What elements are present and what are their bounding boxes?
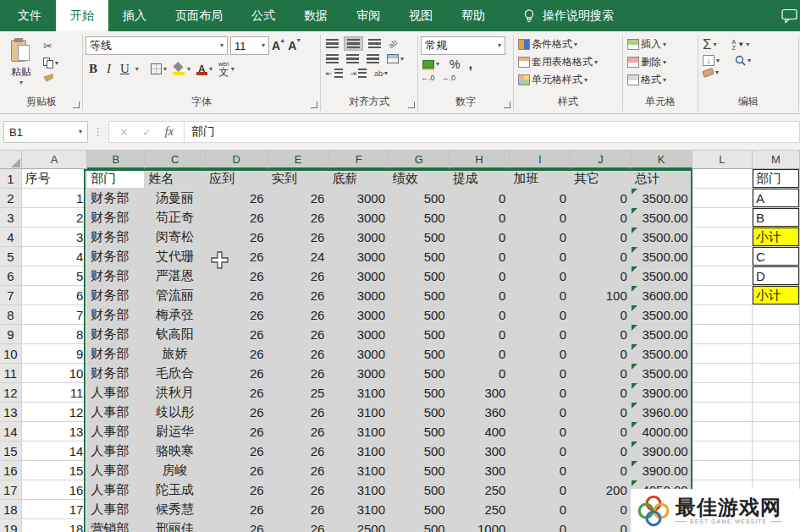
cell-E12[interactable]: 25 — [268, 383, 329, 403]
cell-G13[interactable]: 500 — [389, 403, 450, 422]
insert-cells-button[interactable]: 插入▾ — [626, 36, 668, 52]
cell-G6[interactable]: 500 — [389, 266, 450, 286]
cell-B4[interactable]: 财务部 — [87, 228, 145, 247]
cell-H9[interactable]: 0 — [450, 325, 510, 344]
feedback-chat-icon[interactable] — [781, 8, 798, 24]
cell-H2[interactable]: 0 — [450, 189, 510, 208]
row-header-16[interactable]: 16 — [0, 461, 22, 480]
cell-F19[interactable]: 2500 — [328, 519, 389, 532]
row-header-10[interactable]: 10 — [0, 344, 22, 364]
cell-M5[interactable]: C — [753, 247, 800, 266]
cell-D16[interactable]: 26 — [206, 461, 268, 480]
cell-B7[interactable]: 财务部 — [87, 286, 145, 305]
cell-G4[interactable]: 500 — [389, 228, 450, 247]
cell-E7[interactable]: 26 — [268, 286, 329, 305]
cell-E9[interactable]: 26 — [268, 325, 329, 344]
cell-D1[interactable]: 应到 — [206, 169, 268, 189]
cell-D12[interactable]: 26 — [206, 383, 268, 403]
cell-G15[interactable]: 500 — [389, 442, 450, 461]
cell-B19[interactable]: 营销部 — [87, 519, 145, 532]
row-header-2[interactable]: 2 — [0, 189, 22, 208]
align-right-button[interactable] — [364, 52, 382, 65]
align-left-button[interactable] — [323, 52, 341, 65]
cell-D13[interactable]: 26 — [206, 403, 268, 422]
cell-B9[interactable]: 财务部 — [87, 325, 145, 344]
column-header-A[interactable]: A — [22, 151, 88, 169]
accounting-format-button[interactable]: ▾ — [421, 59, 441, 69]
cell-A15[interactable]: 14 — [22, 442, 88, 461]
cell-F16[interactable]: 3100 — [328, 461, 389, 480]
percent-style-button[interactable]: % — [450, 58, 460, 71]
decrease-decimal-button[interactable]: →.0 — [442, 74, 456, 82]
cell-B15[interactable]: 人事部 — [87, 442, 145, 461]
cell-D4[interactable]: 26 — [206, 228, 268, 247]
cell-F6[interactable]: 3000 — [328, 266, 389, 286]
tell-me-search[interactable]: 操作说明搜索 — [523, 0, 614, 31]
cell-M1[interactable]: 部门 — [753, 169, 800, 189]
cell-C12[interactable]: 洪秋月 — [145, 383, 206, 403]
cell-L2[interactable] — [692, 189, 753, 208]
cell-D9[interactable]: 26 — [206, 325, 268, 344]
cell-E5[interactable]: 24 — [268, 247, 329, 266]
cell-C7[interactable]: 管流丽 — [145, 286, 206, 305]
row-header-8[interactable]: 8 — [0, 305, 22, 325]
clear-button[interactable]: ▾ — [701, 69, 720, 77]
column-header-E[interactable]: E — [268, 151, 329, 169]
cell-F3[interactable]: 3000 — [328, 208, 389, 228]
font-dialog-launcher[interactable] — [311, 101, 317, 108]
cell-A18[interactable]: 17 — [22, 500, 88, 519]
tab-help[interactable]: 帮助 — [447, 0, 499, 31]
cell-F10[interactable]: 3000 — [328, 344, 389, 364]
cell-L13[interactable] — [692, 403, 753, 422]
cell-G17[interactable]: 500 — [389, 480, 450, 500]
row-header-6[interactable]: 6 — [0, 266, 22, 286]
column-header-D[interactable]: D — [206, 151, 268, 169]
cell-H15[interactable]: 300 — [450, 442, 510, 461]
cell-G3[interactable]: 500 — [389, 208, 450, 228]
cell-D2[interactable]: 26 — [206, 189, 268, 208]
row-header-12[interactable]: 12 — [0, 383, 22, 403]
autosum-button[interactable]: Σ▾ — [701, 36, 719, 52]
cell-F18[interactable]: 3100 — [328, 500, 389, 519]
column-header-L[interactable]: L — [692, 151, 753, 169]
cell-F5[interactable]: 3000 — [328, 247, 389, 266]
format-cells-button[interactable]: 格式▾ — [626, 72, 668, 88]
phonetic-button[interactable]: wén文▾ — [217, 60, 236, 78]
cell-G1[interactable]: 绩效 — [389, 169, 450, 189]
cell-J3[interactable]: 0 — [571, 208, 632, 228]
borders-button[interactable]: ▾ — [149, 63, 168, 75]
cell-M14[interactable] — [753, 422, 800, 442]
cell-A5[interactable]: 4 — [22, 247, 88, 266]
cell-D10[interactable]: 26 — [206, 344, 268, 364]
cell-F8[interactable]: 3000 — [328, 305, 389, 325]
align-middle-button[interactable] — [344, 36, 363, 51]
cell-K5[interactable]: 3500.00 — [632, 247, 692, 266]
row-header-4[interactable]: 4 — [0, 228, 22, 247]
cell-I12[interactable]: 0 — [510, 383, 571, 403]
cell-M13[interactable] — [753, 403, 800, 422]
cell-E17[interactable]: 26 — [268, 480, 329, 500]
cell-F14[interactable]: 3100 — [328, 422, 389, 442]
tab-formulas[interactable]: 公式 — [237, 0, 290, 31]
cell-K2[interactable]: 3500.00 — [632, 189, 692, 208]
row-header-15[interactable]: 15 — [0, 442, 22, 461]
paste-button[interactable]: 粘贴 ▾ — [3, 36, 39, 86]
cell-D7[interactable]: 26 — [206, 286, 268, 305]
cell-A14[interactable]: 13 — [22, 422, 88, 442]
row-header-18[interactable]: 18 — [0, 500, 22, 519]
name-box-dropdown-arrow[interactable]: ▾ — [79, 129, 82, 135]
cell-B13[interactable]: 人事部 — [87, 403, 145, 422]
cell-H5[interactable]: 0 — [450, 247, 510, 266]
underline-dropdown-arrow[interactable]: ▾ — [135, 66, 139, 73]
cell-G12[interactable]: 500 — [389, 383, 450, 403]
cell-K6[interactable]: 3500.00 — [632, 266, 692, 286]
cell-K4[interactable]: 3500.00 — [632, 228, 692, 247]
sort-filter-button[interactable]: AZ▼▾ — [731, 38, 752, 52]
cell-D11[interactable]: 26 — [206, 364, 268, 383]
cell-G11[interactable]: 500 — [389, 364, 450, 383]
cell-G7[interactable]: 500 — [389, 286, 450, 305]
cell-G18[interactable]: 500 — [389, 500, 450, 519]
tab-home[interactable]: 开始 — [56, 0, 108, 31]
cell-D15[interactable]: 26 — [206, 442, 268, 461]
cell-H14[interactable]: 400 — [450, 422, 510, 442]
